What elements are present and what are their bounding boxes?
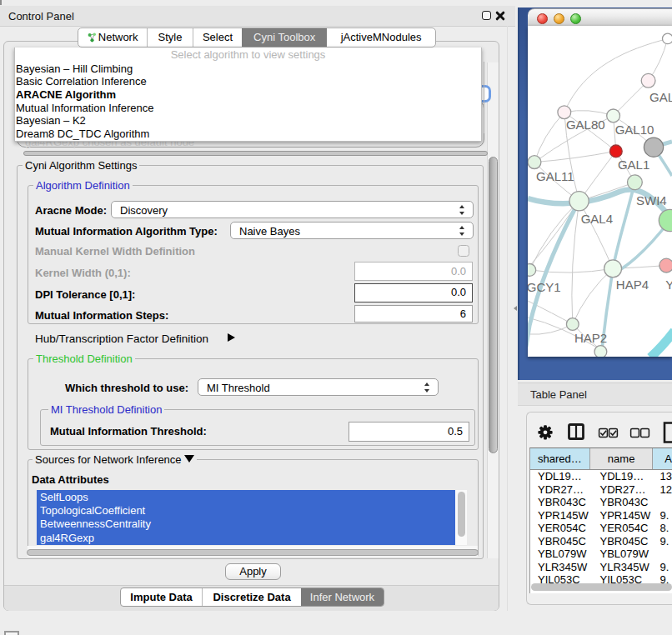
svg-text:SWI4: SWI4 — [636, 193, 667, 208]
svg-text:Y: Y — [665, 278, 672, 292]
svg-text:GAL4: GAL4 — [581, 212, 613, 226]
svg-text:HAP2: HAP2 — [574, 331, 607, 345]
svg-text:GAL10: GAL10 — [615, 122, 654, 137]
svg-text:GAL11: GAL11 — [536, 169, 574, 183]
svg-text:GCY1: GCY1 — [528, 280, 561, 294]
svg-text:GAL: GAL — [649, 90, 672, 104]
svg-text:GAL80: GAL80 — [566, 118, 605, 132]
svg-text:HAP4: HAP4 — [616, 278, 649, 292]
svg-text:GAL1: GAL1 — [618, 158, 649, 172]
